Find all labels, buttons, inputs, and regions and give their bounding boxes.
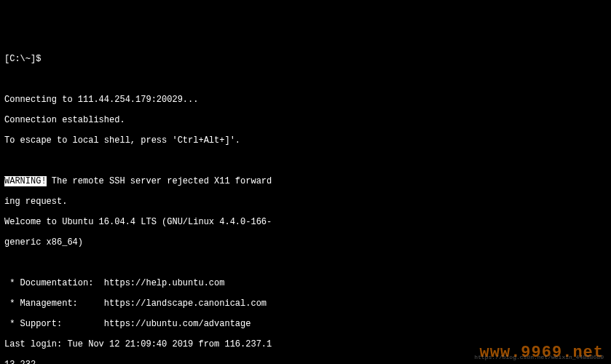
warning-text: The remote SSH server rejected X11 forwa… bbox=[47, 176, 272, 186]
connecting-line: Connecting to 111.44.254.179:20029... bbox=[4, 95, 607, 105]
welcome-line: Welcome to Ubuntu 16.04.4 LTS (GNU/Linux… bbox=[4, 217, 607, 227]
mgt-line: * Management: https://landscape.canonica… bbox=[4, 298, 607, 309]
terminal-output[interactable]: [C:\~]$ Connecting to 111.44.254.179:200… bbox=[4, 44, 607, 364]
last-login2: 13.232 bbox=[4, 360, 607, 364]
welcome-line2: generic x86_64) bbox=[4, 237, 607, 248]
conn-established: Connection established. bbox=[4, 115, 607, 125]
sup-line: * Support: https://ubuntu.com/advantage bbox=[4, 319, 607, 329]
warning-badge: WARNING! bbox=[4, 176, 47, 186]
dollar-sign bbox=[41, 54, 46, 64]
doc-line: * Documentation: https://help.ubuntu.com bbox=[4, 278, 607, 288]
warning-cont: ing request. bbox=[4, 197, 607, 207]
escape-hint: To escape to local shell, press 'Ctrl+Al… bbox=[4, 135, 607, 146]
local-prompt: [C:\~]$ bbox=[4, 54, 41, 64]
last-login: Last login: Tue Nov 12 21:09:40 2019 fro… bbox=[4, 339, 607, 349]
